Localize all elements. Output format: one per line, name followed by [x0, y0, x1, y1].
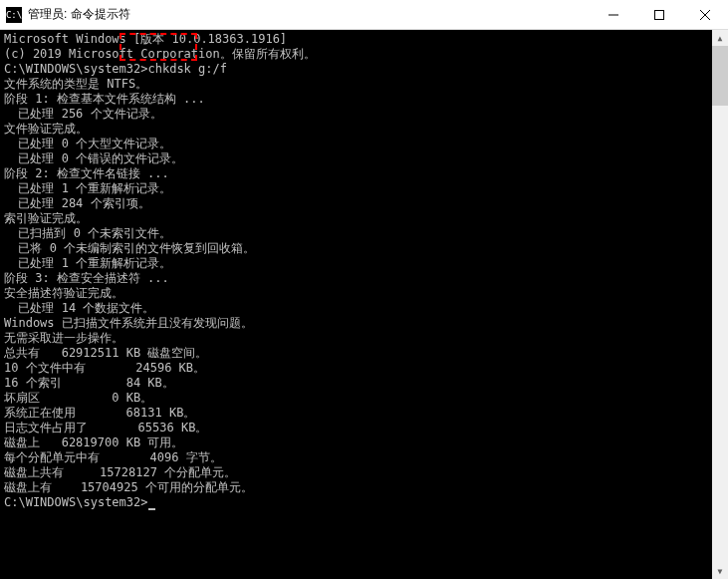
terminal-line: 已处理 0 个错误的文件记录。 — [4, 151, 724, 166]
terminal-line: 已处理 14 个数据文件。 — [4, 301, 724, 316]
terminal-line: 已将 0 个未编制索引的文件恢复到回收箱。 — [4, 241, 724, 256]
terminal-line: 磁盘上 62819700 KB 可用。 — [4, 435, 724, 450]
terminal-line: 日志文件占用了 65536 KB。 — [4, 421, 724, 435]
terminal-line: C:\WINDOWS\system32> — [4, 495, 724, 510]
terminal-line: 已处理 256 个文件记录。 — [4, 107, 724, 122]
terminal-line: Microsoft Windows [版本 10.0.18363.1916] — [4, 32, 724, 47]
window-controls — [591, 0, 728, 29]
terminal-line: 无需采取进一步操作。 — [4, 331, 724, 346]
terminal-line: 已处理 1 个重新解析记录。 — [4, 256, 724, 271]
terminal-line: 系统正在使用 68131 KB。 — [4, 406, 724, 421]
terminal-line: Windows 已扫描文件系统并且没有发现问题。 — [4, 316, 724, 331]
terminal-line: 安全描述符验证完成。 — [4, 286, 724, 301]
terminal-line: 16 个索引 84 KB。 — [4, 376, 724, 391]
terminal-line: 磁盘上有 15704925 个可用的分配单元。 — [4, 480, 724, 495]
terminal-line: 已处理 1 个重新解析记录。 — [4, 181, 724, 196]
scroll-up-arrow[interactable]: ▲ — [712, 30, 728, 46]
terminal-line: 10 个文件中有 24596 KB。 — [4, 361, 724, 376]
terminal-line: 总共有 62912511 KB 磁盘空间。 — [4, 346, 724, 361]
vertical-scrollbar[interactable]: ▲ ▼ — [712, 30, 728, 579]
terminal-line: C:\WINDOWS\system32>chkdsk g:/f — [4, 62, 724, 77]
scroll-down-arrow[interactable]: ▼ — [712, 563, 728, 579]
terminal-line: 坏扇区 0 KB。 — [4, 391, 724, 406]
terminal-line: 每个分配单元中有 4096 字节。 — [4, 450, 724, 465]
terminal-line: 磁盘上共有 15728127 个分配单元。 — [4, 465, 724, 480]
terminal-line: 已处理 0 个大型文件记录。 — [4, 137, 724, 151]
terminal-line: 索引验证完成。 — [4, 211, 724, 226]
window-titlebar: C:\ 管理员: 命令提示符 — [0, 0, 728, 30]
maximize-button[interactable] — [636, 0, 682, 29]
terminal-output[interactable]: Microsoft Windows [版本 10.0.18363.1916](c… — [0, 30, 728, 579]
terminal-line: 已处理 284 个索引项。 — [4, 196, 724, 211]
terminal-line: 已扫描到 0 个未索引文件。 — [4, 226, 724, 241]
svg-rect-1 — [655, 10, 664, 19]
cursor — [148, 508, 155, 510]
minimize-button[interactable] — [591, 0, 636, 29]
terminal-line: 文件验证完成。 — [4, 122, 724, 137]
window-title: 管理员: 命令提示符 — [28, 6, 591, 23]
terminal-line: 阶段 3: 检查安全描述符 ... — [4, 271, 724, 286]
scrollbar-thumb[interactable] — [712, 46, 728, 106]
cmd-icon: C:\ — [6, 7, 22, 23]
terminal-line: 文件系统的类型是 NTFS。 — [4, 77, 724, 92]
terminal-line: 阶段 1: 检查基本文件系统结构 ... — [4, 92, 724, 107]
terminal-line: 阶段 2: 检查文件名链接 ... — [4, 166, 724, 181]
close-button[interactable] — [682, 0, 728, 29]
terminal-line: (c) 2019 Microsoft Corporation。保留所有权利。 — [4, 47, 724, 62]
